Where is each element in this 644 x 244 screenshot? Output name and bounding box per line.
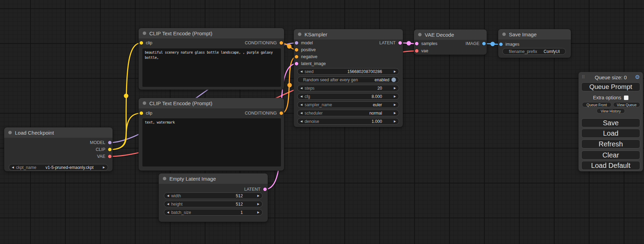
input-samples[interactable]: samples [415, 41, 438, 46]
node-load-checkpoint[interactable]: Load Checkpoint MODEL CLIP VAE ◀ ckpt_na… [4, 127, 113, 171]
collapse-dot-icon[interactable] [502, 33, 506, 36]
output-vae[interactable]: VAE [97, 154, 112, 159]
node-titlebar[interactable]: CLIP Text Encode (Prompt) [139, 28, 284, 38]
collapse-dot-icon[interactable] [418, 33, 422, 36]
save-button[interactable]: Save [581, 118, 640, 127]
link-dot-conditioning-negative[interactable] [288, 83, 292, 88]
model-port-icon[interactable] [295, 41, 298, 45]
clip-port-icon[interactable] [140, 41, 143, 45]
link-dot-image[interactable] [491, 42, 495, 46]
increment-arrow-icon[interactable]: ▶ [103, 166, 105, 169]
collapse-dot-icon[interactable] [163, 177, 166, 180]
refresh-button[interactable]: Refresh [581, 139, 640, 148]
node-ksampler[interactable]: KSampler model positive negative latent_… [294, 29, 403, 127]
clip-port-icon[interactable] [108, 148, 112, 151]
conditioning-port-icon[interactable] [280, 41, 283, 45]
collapse-dot-icon[interactable] [8, 131, 12, 134]
input-negative[interactable]: negative [295, 54, 317, 60]
prompt-text-input[interactable]: beautiful scenery nature glass bottle la… [142, 48, 281, 87]
cfg-widget[interactable]: ◀ cfg 8.000 ▶ [297, 93, 399, 100]
node-titlebar[interactable]: Load Checkpoint [4, 127, 113, 138]
seed-widget[interactable]: ◀ seed 156680208700286 ▶ [297, 68, 399, 75]
node-titlebar[interactable]: KSampler [294, 29, 403, 39]
vae-port-icon[interactable] [415, 49, 418, 53]
ckpt-name-widget[interactable]: ◀ ckpt_name v1-5-pruned-emaonly.ckpt ▶ [9, 164, 108, 171]
decrement-arrow-icon[interactable]: ◀ [12, 166, 14, 169]
output-latent[interactable]: LATENT [244, 187, 267, 192]
output-model[interactable]: MODEL [90, 140, 112, 145]
node-save-image[interactable]: Save Image images filename_prefix ComfyU… [498, 29, 571, 58]
input-clip[interactable]: clip [140, 40, 152, 46]
clear-button[interactable]: Clear [581, 151, 640, 160]
conditioning-port-icon[interactable] [295, 55, 298, 58]
decrement-arrow-icon[interactable]: ◀ [300, 70, 302, 73]
prompt-text-input[interactable]: text, watermark [142, 118, 281, 166]
node-titlebar[interactable]: VAE Decode [414, 29, 487, 40]
input-latent-image[interactable]: latent_image [295, 61, 326, 66]
input-images[interactable]: images [499, 42, 519, 47]
width-widget[interactable]: ◀ width 512 ▶ [164, 192, 263, 199]
input-positive[interactable]: positive [295, 47, 316, 53]
node-empty-latent-image[interactable]: Empty Latent Image LATENT ◀ width 512 ▶ … [159, 173, 268, 222]
decrement-arrow-icon[interactable]: ◀ [167, 211, 169, 214]
image-port-icon[interactable] [499, 43, 503, 46]
output-conditioning[interactable]: CONDITIONING [245, 110, 283, 116]
decrement-arrow-icon[interactable]: ◀ [300, 112, 302, 115]
collapse-dot-icon[interactable] [298, 33, 301, 36]
node-titlebar[interactable]: CLIP Text Encode (Prompt) [139, 98, 284, 108]
denoise-widget[interactable]: ◀ denoise 1.000 ▶ [297, 118, 399, 125]
link-dot-clip[interactable] [124, 94, 129, 98]
load-default-button[interactable]: Load Default [581, 161, 640, 170]
link-dot-conditioning-positive[interactable] [287, 44, 292, 49]
increment-arrow-icon[interactable]: ▶ [394, 103, 396, 106]
increment-arrow-icon[interactable]: ▶ [394, 95, 396, 98]
decrement-arrow-icon[interactable]: ◀ [300, 120, 302, 123]
extra-options-checkbox[interactable] [624, 96, 628, 100]
latent-port-icon[interactable] [398, 41, 402, 45]
model-port-icon[interactable] [108, 141, 112, 144]
drag-handle-icon[interactable]: ⠿ [582, 74, 585, 80]
decrement-arrow-icon[interactable]: ◀ [167, 203, 169, 206]
filename-prefix-widget[interactable]: filename_prefix ComfyUI [502, 48, 566, 55]
scheduler-widget[interactable]: ◀ scheduler normal ▶ [297, 110, 399, 116]
gear-icon[interactable]: ⚙ [635, 74, 640, 80]
increment-arrow-icon[interactable]: ▶ [394, 87, 396, 90]
clip-port-icon[interactable] [140, 111, 143, 115]
increment-arrow-icon[interactable]: ▶ [257, 195, 259, 197]
input-vae[interactable]: vae [415, 48, 428, 54]
latent-port-icon[interactable] [415, 42, 418, 45]
increment-arrow-icon[interactable]: ▶ [394, 112, 396, 115]
output-clip[interactable]: CLIP [96, 147, 112, 152]
node-titlebar[interactable]: Empty Latent Image [159, 173, 268, 184]
view-history-button[interactable]: View History [597, 108, 625, 114]
conditioning-port-icon[interactable] [280, 111, 283, 115]
conditioning-port-icon[interactable] [295, 48, 298, 52]
vae-port-icon[interactable] [108, 155, 112, 158]
input-clip[interactable]: clip [140, 110, 152, 116]
node-titlebar[interactable]: Save Image [498, 29, 571, 39]
node-vae-decode[interactable]: VAE Decode samples vae IMAGE [414, 29, 487, 55]
random-seed-widget[interactable]: Random seed after every gen enabled [297, 76, 399, 83]
decrement-arrow-icon[interactable]: ◀ [300, 103, 302, 106]
output-latent[interactable]: LATENT [379, 40, 402, 46]
increment-arrow-icon[interactable]: ▶ [257, 211, 259, 214]
increment-arrow-icon[interactable]: ▶ [394, 70, 396, 73]
decrement-arrow-icon[interactable]: ◀ [167, 195, 169, 197]
load-button[interactable]: Load [581, 129, 640, 138]
height-widget[interactable]: ◀ height 512 ▶ [164, 201, 263, 207]
link-dot-latent[interactable] [407, 41, 411, 46]
toggle-icon[interactable] [391, 78, 396, 82]
increment-arrow-icon[interactable]: ▶ [394, 120, 396, 123]
queue-prompt-button[interactable]: Queue Prompt [581, 82, 640, 91]
collapse-dot-icon[interactable] [143, 31, 146, 35]
latent-port-icon[interactable] [295, 62, 298, 65]
output-conditioning[interactable]: CONDITIONING [245, 40, 283, 46]
decrement-arrow-icon[interactable]: ◀ [300, 95, 302, 98]
collapse-dot-icon[interactable] [143, 101, 146, 105]
sampler-name-widget[interactable]: ◀ sampler_name euler ▶ [297, 101, 399, 108]
view-queue-button[interactable]: View Queue [613, 102, 640, 107]
output-image[interactable]: IMAGE [466, 41, 486, 46]
input-model[interactable]: model [295, 40, 313, 46]
image-port-icon[interactable] [482, 42, 486, 45]
node-clip-text-encode-positive[interactable]: CLIP Text Encode (Prompt) clip CONDITION… [139, 28, 284, 90]
